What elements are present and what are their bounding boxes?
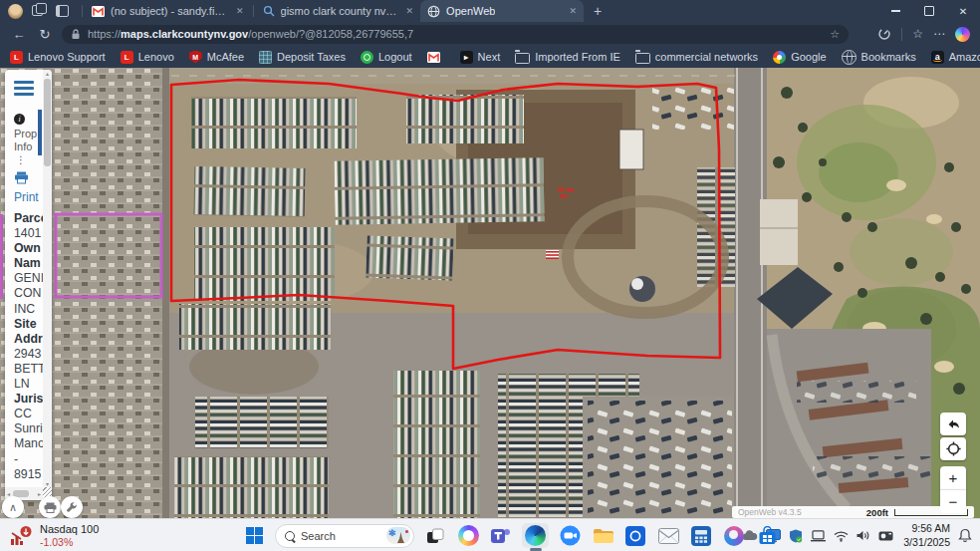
trailer-rows xyxy=(174,456,329,518)
favorite-bookmarks[interactable]: Bookmarks xyxy=(842,50,916,65)
clock[interactable]: 9:56 AM 3/31/2025 xyxy=(903,522,950,548)
favorite-lenovo-support[interactable]: Lenovo Support xyxy=(10,51,106,64)
print-tool[interactable]: Print xyxy=(14,170,43,204)
stock-down-icon xyxy=(10,525,33,546)
more-options-icon[interactable]: ⋮ xyxy=(16,155,43,164)
taskbar-search-box[interactable]: Search ✻ xyxy=(275,524,414,548)
trailer-rows xyxy=(406,95,524,143)
favorite-gmail[interactable] xyxy=(427,52,445,63)
file-explorer-app[interactable] xyxy=(591,524,614,548)
zoom-in-button[interactable]: + xyxy=(940,466,966,489)
zoom-app[interactable] xyxy=(558,524,582,548)
favorite-logout[interactable]: Logout xyxy=(361,51,412,64)
favorite-imported-from-ie[interactable]: Imported From IE xyxy=(515,51,620,64)
locate-button[interactable] xyxy=(940,437,966,460)
favorites-icon[interactable]: ☆ xyxy=(912,27,923,41)
scrollbar-thumb[interactable] xyxy=(44,79,51,166)
trailer-rows xyxy=(179,304,331,350)
volume-icon[interactable] xyxy=(857,530,870,541)
trailer-columns xyxy=(393,371,480,518)
teams-app[interactable] xyxy=(489,524,513,548)
favorite-lenovo[interactable]: Lenovo xyxy=(121,51,174,64)
bunker xyxy=(934,361,954,373)
copilot-app[interactable] xyxy=(456,524,480,548)
device-dock-icon[interactable] xyxy=(811,530,826,542)
register-icon xyxy=(691,526,711,546)
lenovo-icon xyxy=(10,51,23,64)
openweb-version: OpenWeb v4.3.5 xyxy=(738,507,802,517)
workspaces-icon[interactable] xyxy=(32,5,46,17)
favorite-mcafee[interactable]: McAfee xyxy=(189,51,244,64)
copilot-icon[interactable] xyxy=(955,27,970,42)
close-button[interactable]: ✕ xyxy=(946,0,980,22)
tab-gmail[interactable]: (no subject) - sandy.fink77@gma... ✕ xyxy=(85,0,251,22)
pos-register-app[interactable] xyxy=(689,524,713,548)
printer-icon xyxy=(44,502,57,513)
taskbar-apps: Search ✻ xyxy=(242,519,779,551)
refresh-button[interactable]: ↻ xyxy=(36,27,54,42)
teams-icon xyxy=(491,526,511,546)
detail-line: CON xyxy=(14,286,43,301)
scroll-right-arrow[interactable]: ▸ xyxy=(38,490,41,497)
task-view-button[interactable] xyxy=(423,524,447,548)
search-daily-image[interactable]: ✻ xyxy=(386,527,410,544)
vertical-tabs-icon[interactable] xyxy=(56,5,70,17)
security-shield-icon[interactable] xyxy=(789,529,803,543)
menu-hamburger-button[interactable] xyxy=(14,78,40,98)
white-building xyxy=(619,130,643,169)
tab-title: gismo clark county nv - Search xyxy=(281,5,398,17)
tab-close-icon[interactable]: ✕ xyxy=(236,6,244,16)
microsoft-365-app[interactable] xyxy=(722,524,746,548)
favorite-deposit-taxes[interactable]: Deposit Taxes xyxy=(259,51,346,64)
favorite-amazonsmile[interactable]: AmazonSmile: Onlin... xyxy=(931,51,980,64)
favorite-google[interactable]: Google xyxy=(773,51,826,64)
vertical-scrollbar[interactable]: ▴ ▾ xyxy=(43,70,52,487)
tab-close-icon[interactable]: ✕ xyxy=(570,6,578,16)
scroll-up-arrow[interactable]: ▴ xyxy=(46,70,49,77)
tab-openweb-active[interactable]: OpenWeb ✕ xyxy=(420,0,584,22)
blue-circle-app[interactable] xyxy=(623,524,647,548)
tab-close-icon[interactable]: ✕ xyxy=(406,6,414,16)
address-bar[interactable]: https://maps.clarkcountynv.gov/openweb/?… xyxy=(62,25,849,44)
bookmark-star-icon[interactable]: ☆ xyxy=(830,28,840,41)
active-app-indicator xyxy=(530,548,542,551)
dirt-road xyxy=(169,68,742,86)
camera-icon[interactable] xyxy=(878,531,893,541)
road-line xyxy=(761,68,763,518)
wrench-icon xyxy=(66,501,78,513)
map-viewport: i Prop Info ⋮ Print Parce 1401 Own Nam xyxy=(0,68,980,518)
parked-trucks xyxy=(652,88,734,130)
favorite-commercial-networks[interactable]: commercial networks xyxy=(635,51,758,64)
windows-taskbar: Nasdaq 100 -1.03% Search ✻ xyxy=(0,518,980,551)
new-tab-button[interactable]: + xyxy=(584,3,612,19)
profile-avatar[interactable] xyxy=(8,4,23,19)
start-button[interactable] xyxy=(242,524,266,548)
collapse-button[interactable]: ∧ xyxy=(2,496,24,518)
microsoft-store-app[interactable] xyxy=(755,524,779,548)
settings-more-icon[interactable]: ⋯ xyxy=(933,27,945,41)
tab-search[interactable]: gismo clark county nv - Search ✕ xyxy=(256,0,421,22)
scroll-down-arrow[interactable]: ▾ xyxy=(46,480,49,487)
maximize-button[interactable] xyxy=(912,0,946,22)
favorite-next[interactable]: Next xyxy=(460,51,501,64)
edge-app-active[interactable] xyxy=(522,523,549,548)
back-button[interactable]: ← xyxy=(10,27,28,42)
search-icon xyxy=(263,5,275,17)
notification-bell-icon[interactable] xyxy=(958,528,972,543)
date: 3/31/2025 xyxy=(903,536,950,549)
tools-float-button[interactable] xyxy=(61,496,83,518)
detail-line: Own xyxy=(14,241,43,256)
tab-title: OpenWeb xyxy=(446,5,495,17)
favorite-label: Deposit Taxes xyxy=(277,51,346,63)
mail-app[interactable] xyxy=(656,524,680,548)
minimize-button[interactable] xyxy=(878,0,912,22)
undo-pan-button[interactable] xyxy=(940,413,966,435)
property-information-tool[interactable]: i Prop Info ⋮ xyxy=(14,114,43,164)
satellite-map[interactable] xyxy=(0,68,980,518)
wifi-icon[interactable] xyxy=(834,530,849,542)
search-icon xyxy=(285,531,295,541)
browser-essentials-icon[interactable] xyxy=(877,27,891,41)
print-float-button[interactable] xyxy=(39,496,61,518)
widgets-button[interactable]: Nasdaq 100 -1.03% xyxy=(0,523,99,549)
detail-line: GENI xyxy=(14,271,43,286)
